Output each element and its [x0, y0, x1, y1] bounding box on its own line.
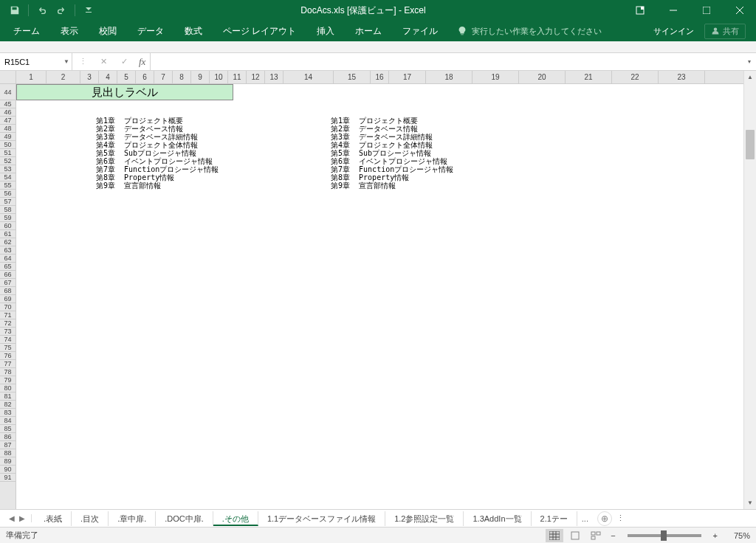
zoom-out-button[interactable]: −: [608, 531, 618, 540]
page-layout-view-button[interactable]: [566, 529, 584, 542]
row-header[interactable]: 71: [0, 311, 16, 319]
worksheet-grid[interactable]: 4445464748495051525354555657585960616263…: [0, 71, 756, 509]
col-header[interactable]: 19: [472, 71, 519, 83]
share-button[interactable]: 共有: [704, 24, 746, 39]
scroll-thumb[interactable]: [746, 130, 755, 159]
tab-options[interactable]: ⋮: [612, 513, 629, 523]
col-header[interactable]: 14: [284, 71, 334, 83]
col-header[interactable]: 21: [566, 71, 612, 83]
row-header[interactable]: 76: [0, 352, 16, 360]
row-header[interactable]: 46: [0, 108, 16, 117]
row-header[interactable]: 51: [0, 149, 16, 157]
fx-icon[interactable]: fx: [134, 56, 150, 68]
undo-button[interactable]: [33, 2, 51, 18]
enter-formula-button[interactable]: ✓: [114, 53, 134, 70]
heading-label-cell[interactable]: 見出しラベル: [16, 84, 233, 100]
col-header[interactable]: 10: [210, 71, 228, 83]
row-header[interactable]: 70: [0, 303, 16, 311]
sheet-tab[interactable]: .表紙: [35, 511, 72, 526]
scroll-up-button[interactable]: ▲: [744, 71, 756, 83]
row-header[interactable]: 74: [0, 336, 16, 344]
row-header[interactable]: 48: [0, 125, 16, 133]
row-header[interactable]: 61: [0, 230, 16, 238]
formula-expand-button[interactable]: ▾: [743, 58, 756, 65]
col-header[interactable]: 4: [99, 71, 117, 83]
ribbon-tab-2[interactable]: 挿入: [306, 21, 345, 41]
row-header[interactable]: 88: [0, 449, 16, 457]
col-header[interactable]: 16: [371, 71, 389, 83]
ribbon-tab-4[interactable]: 数式: [174, 21, 213, 41]
row-header[interactable]: 77: [0, 360, 16, 368]
row-header[interactable]: 79: [0, 376, 16, 384]
row-header[interactable]: 91: [0, 474, 16, 482]
page-break-view-button[interactable]: [587, 529, 605, 542]
row-header[interactable]: 47: [0, 117, 16, 125]
row-header[interactable]: 84: [0, 417, 16, 425]
col-header[interactable]: 20: [519, 71, 566, 83]
col-header[interactable]: 17: [389, 71, 426, 83]
col-header[interactable]: 1: [16, 71, 47, 83]
ribbon-display-options[interactable]: [623, 0, 656, 21]
row-header[interactable]: 53: [0, 165, 16, 173]
tab-nav-prev[interactable]: ◀: [7, 514, 16, 522]
row-header[interactable]: 75: [0, 344, 16, 352]
row-header[interactable]: 90: [0, 466, 16, 474]
row-header[interactable]: 69: [0, 295, 16, 303]
row-header[interactable]: 64: [0, 255, 16, 263]
row-header[interactable]: 56: [0, 190, 16, 198]
ribbon-tab-1[interactable]: ホーム: [345, 21, 392, 41]
toc-right[interactable]: 第1章 プロジェクト概要 第2章 データベース情報 第3章 データベース詳細情報…: [331, 117, 453, 190]
col-header[interactable]: 9: [191, 71, 210, 83]
ribbon-tab-0[interactable]: ファイル: [392, 21, 448, 41]
row-header[interactable]: 63: [0, 246, 16, 255]
row-header[interactable]: 58: [0, 206, 16, 214]
sheet-tab[interactable]: .その他: [213, 511, 258, 526]
col-header[interactable]: 2: [47, 71, 80, 83]
sign-in-link[interactable]: サインイン: [653, 26, 694, 37]
row-header[interactable]: 67: [0, 279, 16, 287]
redo-button[interactable]: [52, 2, 70, 18]
row-header[interactable]: 85: [0, 425, 16, 433]
row-header[interactable]: 54: [0, 173, 16, 181]
ribbon-tab-8[interactable]: チーム: [3, 21, 50, 41]
col-header[interactable]: 7: [154, 71, 173, 83]
vertical-scrollbar[interactable]: ▲ ▼: [743, 71, 756, 509]
toc-left[interactable]: 第1章 プロジェクト概要 第2章 データベース情報 第3章 データベース詳細情報…: [96, 117, 219, 190]
formula-input[interactable]: [151, 53, 743, 70]
tab-overflow[interactable]: ...: [577, 514, 593, 523]
row-header[interactable]: 80: [0, 384, 16, 392]
row-header[interactable]: 55: [0, 181, 16, 190]
col-header[interactable]: 6: [136, 71, 154, 83]
scroll-down-button[interactable]: ▼: [744, 497, 756, 509]
zoom-in-button[interactable]: +: [710, 531, 721, 540]
col-header[interactable]: 18: [426, 71, 472, 83]
row-header[interactable]: 62: [0, 238, 16, 246]
row-header[interactable]: 60: [0, 222, 16, 230]
ribbon-tab-7[interactable]: 表示: [50, 21, 89, 41]
sheet-tab[interactable]: .目次: [72, 511, 109, 526]
ribbon-tab-3[interactable]: ページ レイアウト: [213, 21, 306, 41]
sheet-tab[interactable]: .DOC中扉.: [156, 511, 213, 526]
save-button[interactable]: [6, 2, 24, 18]
expand-formula-button[interactable]: ⋮: [72, 53, 93, 70]
row-header[interactable]: 81: [0, 392, 16, 401]
sheet-tab[interactable]: 1.2参照設定一覧: [385, 511, 464, 526]
ribbon-tab-6[interactable]: 校閲: [89, 21, 127, 41]
sheet-tab[interactable]: .章中扉.: [109, 511, 156, 526]
row-header[interactable]: 68: [0, 287, 16, 295]
add-sheet-button[interactable]: ⊕: [597, 511, 612, 526]
row-header[interactable]: 78: [0, 368, 16, 376]
row-header[interactable]: 45: [0, 100, 16, 108]
zoom-level[interactable]: 75%: [724, 531, 750, 540]
normal-view-button[interactable]: [546, 529, 563, 542]
col-header[interactable]: 5: [117, 71, 136, 83]
row-header[interactable]: 89: [0, 457, 16, 466]
col-header[interactable]: 22: [612, 71, 659, 83]
col-header[interactable]: 11: [228, 71, 247, 83]
row-header[interactable]: 59: [0, 214, 16, 222]
select-all-corner[interactable]: [0, 71, 16, 84]
row-header[interactable]: 65: [0, 263, 16, 271]
row-header[interactable]: 57: [0, 198, 16, 206]
name-box[interactable]: R15C1 ▼: [0, 53, 72, 70]
tab-nav-next[interactable]: ▶: [18, 514, 27, 522]
